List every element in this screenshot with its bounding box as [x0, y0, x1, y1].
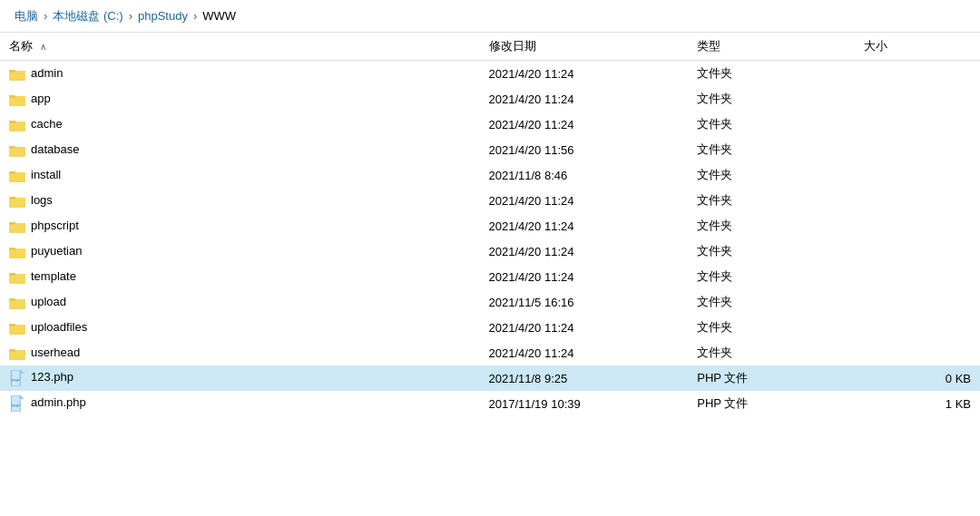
file-table: 名称 ∧ 修改日期 类型 大小 admin2021/4/20 11:24文件夹 …	[0, 33, 980, 416]
file-name-cell: userhead	[0, 340, 480, 365]
svg-rect-2	[9, 70, 15, 73]
file-size-cell	[855, 61, 980, 87]
file-name-cell: upload	[0, 289, 480, 315]
table-header-row: 名称 ∧ 修改日期 类型 大小	[0, 33, 980, 61]
table-row[interactable]: database2021/4/20 11:56文件夹	[0, 137, 980, 162]
folder-icon	[9, 321, 25, 335]
file-date-cell: 2021/11/8 9:25	[480, 365, 689, 391]
file-name-cell: puyuetian	[0, 239, 480, 264]
table-row[interactable]: app2021/4/20 11:24文件夹	[0, 86, 980, 112]
table-row[interactable]: uploadfiles2021/4/20 11:24文件夹	[0, 315, 980, 340]
file-size-cell	[855, 264, 980, 289]
breadcrumb-phpstudy[interactable]: phpStudy	[138, 9, 188, 23]
file-type-cell: 文件夹	[688, 61, 855, 87]
breadcrumb-sep-3: ›	[193, 9, 197, 23]
breadcrumb-sep-1: ›	[44, 9, 47, 23]
col-header-type[interactable]: 类型	[688, 33, 855, 61]
file-size-cell	[855, 289, 980, 315]
table-row[interactable]: phpscript2021/4/20 11:24文件夹	[0, 213, 980, 239]
file-name-label: database	[31, 142, 80, 156]
file-list-body: admin2021/4/20 11:24文件夹 app2021/4/20 11:…	[0, 61, 980, 417]
file-name-label: puyuetian	[31, 244, 82, 258]
folder-icon	[9, 245, 25, 258]
svg-text:PHP: PHP	[12, 378, 20, 383]
table-row[interactable]: logs2021/4/20 11:24文件夹	[0, 188, 980, 213]
file-type-cell: 文件夹	[688, 289, 855, 315]
file-size-cell: 0 KB	[855, 365, 980, 391]
svg-rect-14	[9, 171, 15, 174]
svg-rect-8	[9, 121, 15, 123]
table-row[interactable]: userhead2021/4/20 11:24文件夹	[0, 340, 980, 365]
col-header-size[interactable]: 大小	[855, 33, 980, 61]
php-file-icon: PHP	[9, 395, 25, 412]
svg-text:PHP: PHP	[12, 404, 20, 408]
folder-icon	[9, 92, 25, 106]
file-date-cell: 2021/4/20 11:24	[480, 213, 689, 239]
file-date-cell: 2021/4/20 11:24	[480, 61, 689, 87]
table-row[interactable]: cache2021/4/20 11:24文件夹	[0, 112, 980, 137]
file-date-cell: 2021/11/5 16:16	[480, 289, 689, 315]
breadcrumb-computer[interactable]: 电脑	[15, 8, 38, 24]
svg-rect-17	[9, 197, 15, 200]
table-row[interactable]: PHP admin.php2017/11/19 10:39PHP 文件1 KB	[0, 391, 980, 416]
file-list-container: 名称 ∧ 修改日期 类型 大小 admin2021/4/20 11:24文件夹 …	[0, 33, 980, 516]
col-header-date[interactable]: 修改日期	[480, 33, 689, 61]
col-header-name[interactable]: 名称 ∧	[0, 33, 480, 61]
file-name-label: upload	[31, 295, 66, 308]
file-name-label: phpscript	[31, 219, 79, 232]
file-size-cell	[855, 213, 980, 239]
file-size-cell	[855, 239, 980, 264]
folder-icon	[9, 270, 25, 284]
file-size-cell	[855, 162, 980, 188]
table-row[interactable]: template2021/4/20 11:24文件夹	[0, 264, 980, 289]
file-name-label: admin	[31, 66, 63, 80]
sort-arrow-name: ∧	[40, 42, 46, 52]
file-name-cell: template	[0, 264, 480, 289]
breadcrumb: 电脑 › 本地磁盘 (C:) › phpStudy › WWW	[0, 0, 980, 33]
file-date-cell: 2021/4/20 11:24	[480, 264, 689, 289]
file-type-cell: 文件夹	[688, 162, 855, 188]
file-date-cell: 2017/11/19 10:39	[480, 391, 689, 416]
svg-rect-26	[9, 273, 15, 276]
file-type-cell: 文件夹	[688, 264, 855, 289]
file-name-label: app	[31, 92, 51, 105]
file-date-cell: 2021/4/20 11:24	[480, 340, 689, 365]
svg-rect-23	[9, 248, 15, 250]
table-row[interactable]: puyuetian2021/4/20 11:24文件夹	[0, 239, 980, 264]
file-type-cell: PHP 文件	[688, 365, 855, 391]
file-type-cell: 文件夹	[688, 213, 855, 239]
file-name-cell: PHP admin.php	[0, 391, 480, 416]
file-size-cell: 1 KB	[855, 391, 980, 416]
svg-rect-35	[9, 349, 15, 352]
file-size-cell	[855, 315, 980, 340]
breadcrumb-drive-c[interactable]: 本地磁盘 (C:)	[53, 8, 122, 24]
file-type-cell: 文件夹	[688, 137, 855, 162]
file-size-cell	[855, 340, 980, 365]
svg-marker-42	[20, 395, 24, 399]
table-row[interactable]: upload2021/11/5 16:16文件夹	[0, 289, 980, 315]
file-name-label: userhead	[31, 346, 80, 359]
file-name-cell: uploadfiles	[0, 315, 480, 340]
file-name-cell: install	[0, 162, 480, 188]
table-row[interactable]: admin2021/4/20 11:24文件夹	[0, 61, 980, 87]
file-name-label: admin.php	[31, 395, 86, 409]
php-file-icon: PHP	[9, 370, 25, 386]
file-name-label: uploadfiles	[31, 320, 87, 334]
svg-rect-5	[9, 95, 15, 98]
folder-icon	[9, 169, 25, 182]
table-row[interactable]: install2021/11/8 8:46文件夹	[0, 162, 980, 188]
file-size-cell	[855, 112, 980, 137]
file-name-cell: phpscript	[0, 213, 480, 239]
svg-rect-29	[9, 298, 15, 301]
file-type-cell: 文件夹	[688, 340, 855, 365]
file-name-cell: logs	[0, 188, 480, 213]
folder-icon	[9, 346, 25, 360]
file-type-cell: 文件夹	[688, 315, 855, 340]
file-size-cell	[855, 188, 980, 213]
table-row[interactable]: PHP 123.php2021/11/8 9:25PHP 文件0 KB	[0, 365, 980, 391]
file-type-cell: 文件夹	[688, 86, 855, 112]
file-size-cell	[855, 137, 980, 162]
breadcrumb-sep-2: ›	[129, 9, 132, 23]
folder-icon	[9, 143, 25, 157]
folder-icon	[9, 296, 25, 309]
